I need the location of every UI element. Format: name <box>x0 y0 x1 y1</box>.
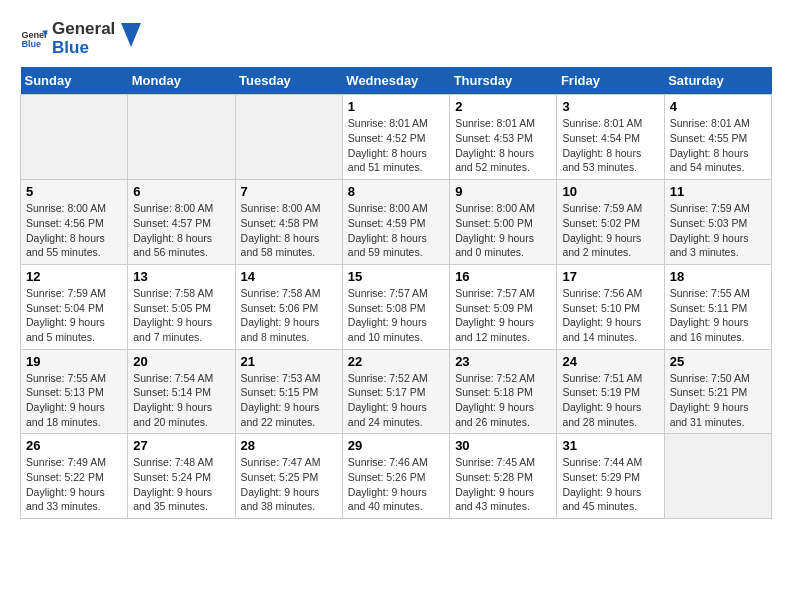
day-info: Sunrise: 7:53 AM Sunset: 5:15 PM Dayligh… <box>241 371 337 430</box>
day-number: 7 <box>241 184 337 199</box>
day-number: 31 <box>562 438 658 453</box>
day-info: Sunrise: 7:52 AM Sunset: 5:18 PM Dayligh… <box>455 371 551 430</box>
logo: General Blue General Blue <box>20 20 141 57</box>
day-info: Sunrise: 7:45 AM Sunset: 5:28 PM Dayligh… <box>455 455 551 514</box>
calendar-cell: 12Sunrise: 7:59 AM Sunset: 5:04 PM Dayli… <box>21 264 128 349</box>
calendar-cell: 20Sunrise: 7:54 AM Sunset: 5:14 PM Dayli… <box>128 349 235 434</box>
calendar-cell: 9Sunrise: 8:00 AM Sunset: 5:00 PM Daylig… <box>450 180 557 265</box>
logo-general-text: General <box>52 20 115 39</box>
calendar-cell: 11Sunrise: 7:59 AM Sunset: 5:03 PM Dayli… <box>664 180 771 265</box>
day-header-sunday: Sunday <box>21 67 128 95</box>
day-info: Sunrise: 7:44 AM Sunset: 5:29 PM Dayligh… <box>562 455 658 514</box>
day-info: Sunrise: 7:59 AM Sunset: 5:03 PM Dayligh… <box>670 201 766 260</box>
day-info: Sunrise: 7:55 AM Sunset: 5:11 PM Dayligh… <box>670 286 766 345</box>
day-number: 1 <box>348 99 444 114</box>
day-info: Sunrise: 8:00 AM Sunset: 4:56 PM Dayligh… <box>26 201 122 260</box>
week-row-2: 5Sunrise: 8:00 AM Sunset: 4:56 PM Daylig… <box>21 180 772 265</box>
day-header-wednesday: Wednesday <box>342 67 449 95</box>
day-info: Sunrise: 8:01 AM Sunset: 4:52 PM Dayligh… <box>348 116 444 175</box>
day-info: Sunrise: 7:54 AM Sunset: 5:14 PM Dayligh… <box>133 371 229 430</box>
calendar-cell: 6Sunrise: 8:00 AM Sunset: 4:57 PM Daylig… <box>128 180 235 265</box>
day-number: 29 <box>348 438 444 453</box>
day-info: Sunrise: 7:56 AM Sunset: 5:10 PM Dayligh… <box>562 286 658 345</box>
calendar-header: SundayMondayTuesdayWednesdayThursdayFrid… <box>21 67 772 95</box>
svg-marker-3 <box>121 23 141 47</box>
header: General Blue General Blue <box>20 20 772 57</box>
calendar-cell: 22Sunrise: 7:52 AM Sunset: 5:17 PM Dayli… <box>342 349 449 434</box>
day-number: 23 <box>455 354 551 369</box>
day-number: 16 <box>455 269 551 284</box>
day-number: 27 <box>133 438 229 453</box>
calendar-cell <box>21 95 128 180</box>
calendar-cell: 25Sunrise: 7:50 AM Sunset: 5:21 PM Dayli… <box>664 349 771 434</box>
logo-icon: General Blue <box>20 25 48 53</box>
day-header-saturday: Saturday <box>664 67 771 95</box>
day-header-monday: Monday <box>128 67 235 95</box>
day-number: 2 <box>455 99 551 114</box>
day-number: 19 <box>26 354 122 369</box>
day-number: 21 <box>241 354 337 369</box>
day-info: Sunrise: 7:48 AM Sunset: 5:24 PM Dayligh… <box>133 455 229 514</box>
calendar-cell: 3Sunrise: 8:01 AM Sunset: 4:54 PM Daylig… <box>557 95 664 180</box>
calendar-cell: 15Sunrise: 7:57 AM Sunset: 5:08 PM Dayli… <box>342 264 449 349</box>
day-info: Sunrise: 7:59 AM Sunset: 5:02 PM Dayligh… <box>562 201 658 260</box>
calendar-cell: 1Sunrise: 8:01 AM Sunset: 4:52 PM Daylig… <box>342 95 449 180</box>
calendar-cell: 4Sunrise: 8:01 AM Sunset: 4:55 PM Daylig… <box>664 95 771 180</box>
calendar-cell: 28Sunrise: 7:47 AM Sunset: 5:25 PM Dayli… <box>235 434 342 519</box>
day-header-thursday: Thursday <box>450 67 557 95</box>
day-info: Sunrise: 7:57 AM Sunset: 5:09 PM Dayligh… <box>455 286 551 345</box>
day-info: Sunrise: 7:58 AM Sunset: 5:06 PM Dayligh… <box>241 286 337 345</box>
calendar-cell: 21Sunrise: 7:53 AM Sunset: 5:15 PM Dayli… <box>235 349 342 434</box>
calendar-cell: 7Sunrise: 8:00 AM Sunset: 4:58 PM Daylig… <box>235 180 342 265</box>
calendar-cell: 16Sunrise: 7:57 AM Sunset: 5:09 PM Dayli… <box>450 264 557 349</box>
calendar-cell: 5Sunrise: 8:00 AM Sunset: 4:56 PM Daylig… <box>21 180 128 265</box>
day-number: 13 <box>133 269 229 284</box>
calendar-cell: 18Sunrise: 7:55 AM Sunset: 5:11 PM Dayli… <box>664 264 771 349</box>
day-header-friday: Friday <box>557 67 664 95</box>
day-number: 11 <box>670 184 766 199</box>
day-number: 30 <box>455 438 551 453</box>
week-row-3: 12Sunrise: 7:59 AM Sunset: 5:04 PM Dayli… <box>21 264 772 349</box>
calendar-cell <box>664 434 771 519</box>
calendar-cell: 8Sunrise: 8:00 AM Sunset: 4:59 PM Daylig… <box>342 180 449 265</box>
day-info: Sunrise: 8:00 AM Sunset: 4:58 PM Dayligh… <box>241 201 337 260</box>
day-number: 4 <box>670 99 766 114</box>
day-number: 12 <box>26 269 122 284</box>
calendar-cell: 29Sunrise: 7:46 AM Sunset: 5:26 PM Dayli… <box>342 434 449 519</box>
calendar-cell: 27Sunrise: 7:48 AM Sunset: 5:24 PM Dayli… <box>128 434 235 519</box>
week-row-1: 1Sunrise: 8:01 AM Sunset: 4:52 PM Daylig… <box>21 95 772 180</box>
day-number: 15 <box>348 269 444 284</box>
day-number: 26 <box>26 438 122 453</box>
day-info: Sunrise: 8:01 AM Sunset: 4:53 PM Dayligh… <box>455 116 551 175</box>
day-number: 20 <box>133 354 229 369</box>
day-number: 3 <box>562 99 658 114</box>
day-number: 9 <box>455 184 551 199</box>
week-row-4: 19Sunrise: 7:55 AM Sunset: 5:13 PM Dayli… <box>21 349 772 434</box>
day-number: 24 <box>562 354 658 369</box>
calendar-cell: 2Sunrise: 8:01 AM Sunset: 4:53 PM Daylig… <box>450 95 557 180</box>
day-info: Sunrise: 7:52 AM Sunset: 5:17 PM Dayligh… <box>348 371 444 430</box>
day-number: 5 <box>26 184 122 199</box>
day-info: Sunrise: 7:51 AM Sunset: 5:19 PM Dayligh… <box>562 371 658 430</box>
day-info: Sunrise: 7:50 AM Sunset: 5:21 PM Dayligh… <box>670 371 766 430</box>
day-info: Sunrise: 8:00 AM Sunset: 5:00 PM Dayligh… <box>455 201 551 260</box>
day-number: 17 <box>562 269 658 284</box>
calendar-cell: 23Sunrise: 7:52 AM Sunset: 5:18 PM Dayli… <box>450 349 557 434</box>
day-number: 28 <box>241 438 337 453</box>
calendar-cell: 17Sunrise: 7:56 AM Sunset: 5:10 PM Dayli… <box>557 264 664 349</box>
svg-text:Blue: Blue <box>21 39 41 49</box>
calendar-cell: 30Sunrise: 7:45 AM Sunset: 5:28 PM Dayli… <box>450 434 557 519</box>
day-info: Sunrise: 7:46 AM Sunset: 5:26 PM Dayligh… <box>348 455 444 514</box>
day-info: Sunrise: 7:57 AM Sunset: 5:08 PM Dayligh… <box>348 286 444 345</box>
day-info: Sunrise: 8:01 AM Sunset: 4:55 PM Dayligh… <box>670 116 766 175</box>
calendar-cell: 19Sunrise: 7:55 AM Sunset: 5:13 PM Dayli… <box>21 349 128 434</box>
day-header-tuesday: Tuesday <box>235 67 342 95</box>
day-info: Sunrise: 7:58 AM Sunset: 5:05 PM Dayligh… <box>133 286 229 345</box>
days-of-week-row: SundayMondayTuesdayWednesdayThursdayFrid… <box>21 67 772 95</box>
calendar-table: SundayMondayTuesdayWednesdayThursdayFrid… <box>20 67 772 519</box>
day-number: 10 <box>562 184 658 199</box>
calendar-body: 1Sunrise: 8:01 AM Sunset: 4:52 PM Daylig… <box>21 95 772 519</box>
day-info: Sunrise: 8:00 AM Sunset: 4:57 PM Dayligh… <box>133 201 229 260</box>
calendar-cell: 14Sunrise: 7:58 AM Sunset: 5:06 PM Dayli… <box>235 264 342 349</box>
calendar-cell: 31Sunrise: 7:44 AM Sunset: 5:29 PM Dayli… <box>557 434 664 519</box>
